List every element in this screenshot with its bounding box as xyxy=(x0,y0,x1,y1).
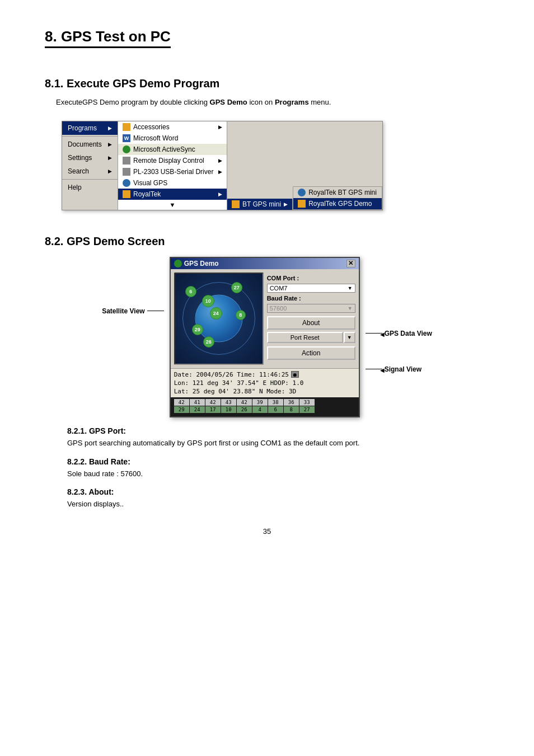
accessories-arrow: ▶ xyxy=(218,124,222,130)
subsection-8-2-1-title: 8.2.1. GPS Port: xyxy=(45,426,489,435)
menu-item-help[interactable]: Help xyxy=(62,181,118,194)
final-item-2[interactable]: RoyalTek GPS Demo xyxy=(293,198,382,209)
visualgps-label: Visual GPS xyxy=(133,179,167,187)
signal-view-arrow: ◀ xyxy=(366,369,382,369)
window-title: GPS Demo xyxy=(184,260,219,267)
about-button[interactable]: About xyxy=(267,316,355,330)
controls-panel: COM Port : COM7 ▼ Baud Rate : 57600 ▼ Ab… xyxy=(267,273,355,365)
sig-top-42a: 42 xyxy=(174,399,189,406)
activesync-icon xyxy=(123,145,130,153)
search-arrow: ▶ xyxy=(108,168,112,174)
programs-arrow: ▶ xyxy=(108,125,112,131)
sig-top-33: 33 xyxy=(299,399,315,406)
satellite-label-text: Satellite View xyxy=(102,307,144,315)
gps-data-line-3: Lat: 25 deg 04' 23.88" N Mode: 3D xyxy=(174,388,355,395)
gps-icon xyxy=(123,179,130,187)
gps-demo-window: GPS Demo ✕ 6 10 27 24 8 29 26 COM P xyxy=(170,257,360,417)
sig-top-41: 41 xyxy=(190,399,205,406)
sig-bot-6: 6 xyxy=(268,406,283,413)
signal-view-label-area: ◀ Signal View xyxy=(366,365,432,373)
subsection-8-2-1-body: GPS port searching automatically by GPS … xyxy=(45,438,489,449)
port-reset-button[interactable]: Port Reset xyxy=(267,332,343,343)
sat-dot-8: 8 xyxy=(236,310,246,320)
gps-data-section: Date: 2004/05/26 Time: 11:46:25 ⏺ Lon: 1… xyxy=(171,368,359,397)
settings-label: Settings xyxy=(68,154,92,162)
activesync-label: Microsoft ActiveSync xyxy=(133,145,195,153)
sat-dot-10: 10 xyxy=(202,295,214,307)
submenu-pl2303[interactable]: PL-2303 USB-Serial Driver ▶ xyxy=(118,166,227,177)
pl2303-label: PL-2303 USB-Serial Driver xyxy=(133,168,213,176)
remote-icon xyxy=(123,157,130,165)
satellite-view-panel: 6 10 27 24 8 29 26 xyxy=(174,273,264,365)
gps-demo-titlebar: GPS Demo ✕ xyxy=(171,258,359,269)
subsection-8-2-3-body: Version displays.. xyxy=(45,499,489,510)
gps-data-line-2: Lon: 121 deg 34' 37.54" E HDOP: 1.0 xyxy=(174,379,355,387)
sig-bot-24: 24 xyxy=(190,406,205,413)
com-port-value: COM7 xyxy=(270,285,288,292)
action-button[interactable]: Action xyxy=(267,346,355,360)
word-icon: W xyxy=(123,134,130,142)
submenu-accessories[interactable]: Accessories ▶ xyxy=(118,121,227,133)
sat-dot-26: 26 xyxy=(203,336,214,348)
sig-bot-29: 29 xyxy=(174,406,189,413)
port-reset-row: Port Reset ▼ xyxy=(267,332,355,343)
royaltek-bt-label: RoyalTek BT GPS mini xyxy=(308,189,377,196)
com-port-select[interactable]: COM7 ▼ xyxy=(267,284,355,293)
sig-bot-8: 8 xyxy=(284,406,299,413)
gps-icon-title xyxy=(174,260,182,267)
sig-top-42c: 42 xyxy=(237,399,252,406)
menu-sep-2 xyxy=(62,179,118,180)
baud-rate-label: Baud Rate : xyxy=(267,295,355,302)
programs-submenu: Accessories ▶ W Microsoft Word Microsoft… xyxy=(118,121,227,210)
remote-arrow: ▶ xyxy=(218,158,222,163)
btgps-arrow: ▶ xyxy=(284,201,288,207)
gps-demo-body: 6 10 27 24 8 29 26 COM Port : COM7 ▼ Bau… xyxy=(171,269,359,368)
royaltek-icon xyxy=(123,190,130,198)
submenu-visualgps[interactable]: Visual GPS xyxy=(118,177,227,189)
gps-demo-section: Satellite View GPS Demo ✕ 6 10 27 xyxy=(45,257,489,417)
folder-icon xyxy=(123,123,130,131)
sig-bot-4: 4 xyxy=(252,406,268,413)
menu-item-documents[interactable]: Documents ▶ xyxy=(62,138,118,151)
final-item-1[interactable]: RoyalTek BT GPS mini xyxy=(293,187,382,198)
menu-sep-1 xyxy=(62,136,118,137)
sig-top-43: 43 xyxy=(221,399,236,406)
com-port-label: COM Port : xyxy=(267,275,355,281)
settings-arrow: ▶ xyxy=(108,155,112,161)
signal-bars-top-row: 42 41 42 43 42 39 38 36 33 xyxy=(174,399,355,406)
submenu-word[interactable]: W Microsoft Word xyxy=(118,133,227,144)
submenu-remote[interactable]: Remote Display Control ▶ xyxy=(118,155,227,166)
gps-data-view-text: GPS Data View xyxy=(385,330,432,337)
sig-bot-10: 10 xyxy=(221,406,236,413)
baud-rate-select[interactable]: 57600 ▼ xyxy=(267,304,355,313)
page-number: 35 xyxy=(45,527,489,536)
menu-item-programs[interactable]: Programs ▶ xyxy=(62,121,118,135)
gps-date-time: Date: 2004/05/26 Time: 11:46:25 xyxy=(174,371,289,378)
sig-bot-26: 26 xyxy=(237,406,252,413)
btgps-item[interactable]: BT GPS mini ▶ xyxy=(227,199,292,210)
sat-dot-27: 27 xyxy=(231,282,242,293)
btgps-label: BT GPS mini xyxy=(242,200,281,208)
final-submenu: RoyalTek BT GPS mini RoyalTek GPS Demo xyxy=(293,186,382,210)
titlebar-close-button[interactable]: ✕ xyxy=(346,260,355,267)
help-label: Help xyxy=(68,184,82,191)
submenu-royaltek[interactable]: RoyalTek ▶ xyxy=(118,189,227,200)
documents-arrow: ▶ xyxy=(108,142,112,147)
signal-view-text: Signal View xyxy=(385,365,421,373)
submenu-activesync[interactable]: Microsoft ActiveSync xyxy=(118,144,227,155)
baud-rate-arrow: ▼ xyxy=(348,306,353,311)
satellite-label-line xyxy=(147,311,164,311)
signal-bar-section: 42 41 42 43 42 39 38 36 33 29 24 17 10 2… xyxy=(171,397,359,416)
body-text-1: ExecuteGPS Demo program by double clicki… xyxy=(56,98,210,106)
sig-top-39: 39 xyxy=(252,399,268,406)
titlebar-left: GPS Demo xyxy=(174,260,219,267)
word-label: Microsoft Word xyxy=(133,134,178,142)
sig-top-38: 38 xyxy=(268,399,283,406)
start-menu-left: Programs ▶ Documents ▶ Settings ▶ Search… xyxy=(62,121,118,210)
menu-item-search[interactable]: Search ▶ xyxy=(62,165,118,178)
sat-dot-29: 29 xyxy=(192,324,203,335)
menu-item-settings[interactable]: Settings ▶ xyxy=(62,151,118,165)
driver-icon xyxy=(123,168,130,176)
documents-label: Documents xyxy=(68,140,102,148)
port-reset-dropdown[interactable]: ▼ xyxy=(344,332,355,343)
